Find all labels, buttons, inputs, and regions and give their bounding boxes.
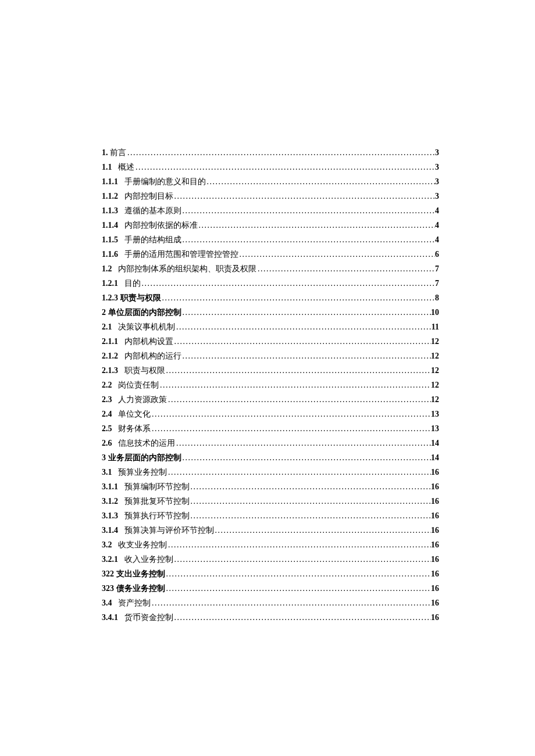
toc-number: 2.3 [102,392,112,407]
toc-leader-dots [159,378,431,392]
toc-leader-dots [190,508,431,523]
toc-number: 322 [102,567,114,581]
toc-entry: 1.2 内部控制体系的组织架构、职责及权限7 [102,261,439,276]
toc-leader-dots [165,363,431,378]
toc-title: 职责与权限 [124,363,165,378]
toc-number: 1.1.3 [102,203,118,218]
toc-page-number: 14 [431,436,439,450]
toc-page-number: 3 [435,189,439,203]
toc-leader-dots [190,494,431,508]
toc-page-number: 12 [431,334,439,349]
toc-number: 2.4 [102,407,112,421]
toc-gap [118,203,124,218]
toc-page-number: 12 [431,363,439,378]
toc-gap [118,276,124,291]
toc-entry: 2.3 人力资源政策12 [102,392,439,407]
toc-entry: 1.1.6 手册的适用范围和管理管控管控6 [102,247,439,261]
toc-gap [112,320,119,334]
toc-title: 手册编制的意义和目的 [124,174,206,189]
toc-gap [112,421,119,436]
toc-gap [112,436,119,450]
toc-page-number: 16 [431,610,439,625]
toc-entry: 3 业务层面的内部控制14 [102,450,439,465]
toc-number: 3.4.1 [102,610,118,625]
toc-number: 3.2.1 [102,552,118,567]
toc-number: 2.1 [102,320,112,334]
toc-leader-dots [126,145,435,160]
toc-number: 3 [102,450,106,465]
toc-title: 预算执行环节控制 [124,508,190,523]
toc-title: 前言 [110,145,126,160]
toc-leader-dots [173,610,431,625]
toc-leader-dots [141,276,436,291]
toc-page-number: 7 [435,261,439,276]
toc-leader-dots [181,305,431,320]
toc-entry: 3.1 预算业务控制16 [102,465,439,479]
toc-entry: 3.1.1 预算编制环节控制16 [102,479,439,494]
toc-page-number: 16 [431,508,439,523]
toc-entry: 3.2.1 收入业务控制16 [102,552,439,567]
toc-title: 内部控制目标 [124,189,173,203]
toc-page-number: 16 [431,596,439,610]
toc-page-number: 16 [431,567,439,581]
toc-entry: 3.4.1 货币资金控制16 [102,610,439,625]
toc-title: 决策议事机机制 [118,320,175,334]
toc-title: 手册的结构组成 [124,232,181,247]
toc-leader-dots [161,291,436,305]
toc-leader-dots [256,261,435,276]
toc-number: 2.1.3 [102,363,118,378]
toc-page-number: 14 [431,450,439,465]
toc-title: 单位文化 [118,407,151,421]
toc-gap [112,596,119,610]
toc-number: 1. [102,145,108,160]
toc-gap [118,523,124,538]
toc-title: 预算批复环节控制 [124,494,190,508]
toc-number: 3.1 [102,465,112,479]
toc-leader-dots [181,232,436,247]
toc-page-number: 10 [431,305,439,320]
toc-number: 2.6 [102,436,112,450]
toc-number: 1.1 [102,160,112,174]
toc-leader-dots [151,407,431,421]
toc-page-number: 13 [431,421,439,436]
toc-gap [118,189,124,203]
toc-title: 人力资源政策 [118,392,167,407]
toc-title: 债务业务控制 [116,581,165,596]
toc-leader-dots [181,349,431,363]
toc-leader-dots [167,465,431,479]
toc-title: 财务体系 [118,421,151,436]
toc-gap [112,465,119,479]
toc-gap [118,494,124,508]
toc-page-number: 4 [435,218,439,232]
toc-page-number: 4 [435,232,439,247]
toc-leader-dots [173,552,431,567]
toc-leader-dots [175,320,431,334]
toc-number: 2.1.2 [102,349,118,363]
toc-number: 3.1.1 [102,479,118,494]
toc-gap [118,363,124,378]
toc-page-number: 16 [431,523,439,538]
toc-number: 1.1.4 [102,218,118,232]
toc-number: 1.2.3 [102,291,118,305]
toc-number: 1.1.6 [102,247,118,261]
toc-entry: 322 支出业务控制16 [102,567,439,581]
toc-entry: 3.1.2 预算批复环节控制16 [102,494,439,508]
toc-title: 支出业务控制 [116,567,165,581]
toc-page-number: 13 [431,407,439,421]
toc-gap [112,378,119,392]
toc-title: 收入业务控制 [124,552,173,567]
toc-leader-dots [151,596,431,610]
toc-entry: 3.1.3 预算执行环节控制16 [102,508,439,523]
toc-leader-dots [134,160,435,174]
toc-entry: 1.1.3 遵循的基本原则4 [102,203,439,218]
toc-entry: 2.4 单位文化13 [102,407,439,421]
toc-leader-dots [190,479,431,494]
toc-leader-dots [167,538,431,552]
toc-gap [118,334,124,349]
toc-number: 1.1.2 [102,189,118,203]
toc-title: 概述 [118,160,134,174]
toc-page-number: 12 [431,349,439,363]
toc-gap [118,610,124,625]
toc-entry: 1.1.4 内部控制依据的标准4 [102,218,439,232]
toc-gap [118,218,124,232]
